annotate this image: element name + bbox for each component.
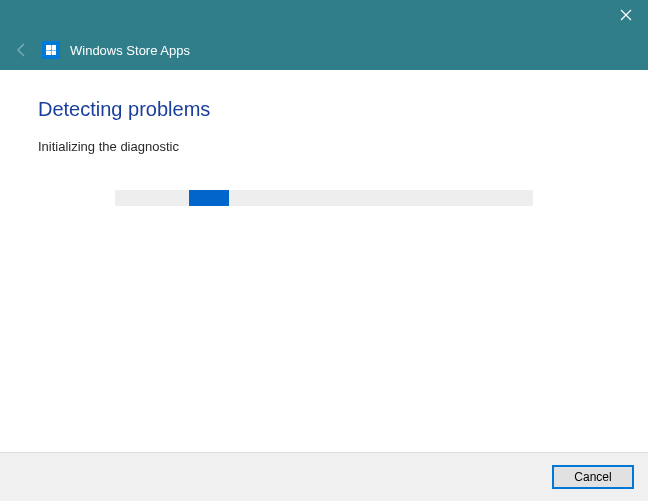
troubleshooter-window: Windows Store Apps Detecting problems In… [0, 0, 648, 501]
status-text: Initializing the diagnostic [38, 139, 610, 154]
progress-indicator [189, 190, 229, 206]
close-icon [620, 9, 632, 21]
progress-bar [115, 190, 533, 206]
titlebar-main: Windows Store Apps [0, 30, 648, 70]
store-app-icon [42, 41, 60, 59]
back-arrow-icon [14, 42, 30, 58]
page-heading: Detecting problems [38, 98, 610, 121]
close-button[interactable] [604, 0, 648, 30]
window-title: Windows Store Apps [70, 43, 190, 58]
back-button [12, 40, 32, 60]
titlebar-top [0, 0, 648, 30]
footer-bar: Cancel [0, 452, 648, 501]
cancel-button[interactable]: Cancel [552, 465, 634, 489]
content-area: Detecting problems Initializing the diag… [0, 70, 648, 452]
